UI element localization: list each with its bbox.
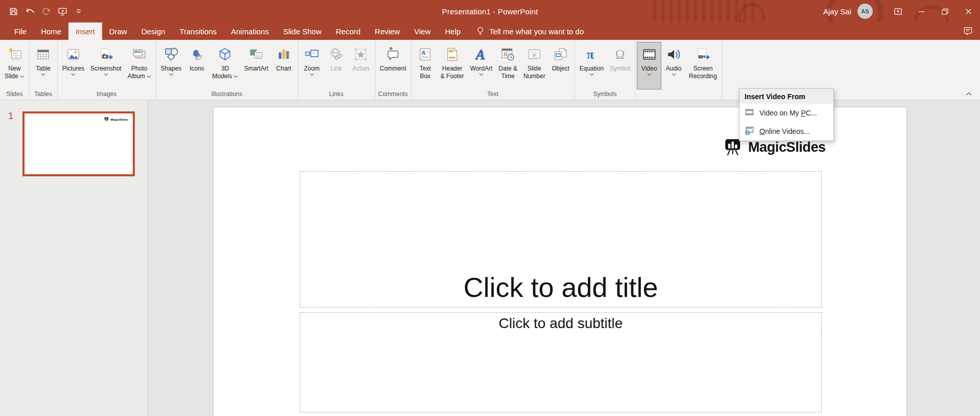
minimize-button[interactable] <box>910 0 933 22</box>
customize-quick-access-toolbar-icon[interactable] <box>71 4 86 18</box>
magicslides-logo-text: MagicSlides <box>748 140 826 155</box>
ribbon-group-text: ATextBoxHeader& FooterAWordArtDate &Time… <box>412 40 575 100</box>
menu-item-video-on-my-pc[interactable]: Video on My PC... <box>739 104 833 122</box>
tab-home[interactable]: Home <box>34 22 68 40</box>
table-button[interactable]: Table <box>31 42 56 89</box>
slide-number-button[interactable]: #SlideNumber <box>520 42 548 89</box>
titlebar: Presentation1 - PowerPoint Ajay Sai AS <box>0 0 980 22</box>
date-time-button[interactable]: Date &Time <box>495 42 520 89</box>
smartart-button[interactable]: SmartArt <box>241 42 271 89</box>
zoom-button[interactable]: Zoom <box>300 42 324 89</box>
comments-panel-icon[interactable] <box>963 26 973 38</box>
save-icon[interactable] <box>6 4 20 18</box>
menu-item-online-videos[interactable]: Online Videos... <box>739 122 833 141</box>
icons-button[interactable]: Icons <box>184 42 209 89</box>
ribbon-display-options-icon[interactable] <box>886 0 910 22</box>
screenshot-icon <box>98 45 114 63</box>
chevron-down-icon <box>589 73 594 76</box>
slide-number-icon: # <box>527 45 542 63</box>
slide-canvas[interactable]: MagicSlides Click to add title Click to … <box>213 107 907 416</box>
tell-me-box[interactable]: Tell me what you want to do <box>476 22 584 40</box>
symbol-icon: Ω <box>612 45 628 63</box>
date-time-label: Date &Time <box>498 65 517 80</box>
group-label-slides: Slides <box>2 89 28 100</box>
equation-label: Equation <box>580 65 604 73</box>
zoom-label: Zoom <box>304 65 320 73</box>
tab-insert[interactable]: Insert <box>68 22 102 40</box>
svg-text:#: # <box>533 52 536 57</box>
text-box-button[interactable]: ATextBox <box>413 42 438 89</box>
header-footer-label: Header& Footer <box>441 65 464 80</box>
editing-canvas: MagicSlides Click to add title Click to … <box>148 100 980 416</box>
3d-models-label: 3DModels <box>212 65 238 80</box>
photo-album-icon <box>131 45 147 63</box>
ribbon-group-media: VideoAudioScreenRecording <box>635 40 722 100</box>
pictures-icon <box>65 45 81 63</box>
group-label-symbols: Symbols <box>577 89 633 100</box>
tab-file[interactable]: File <box>7 22 34 40</box>
slide-thumbnail-panel: 1 MagicSlides <box>0 100 148 416</box>
comment-label: Comment <box>380 65 407 73</box>
header-footer-button[interactable]: Header& Footer <box>438 42 467 89</box>
chevron-down-icon <box>479 73 484 76</box>
lightbulb-icon <box>476 26 485 36</box>
new-slide-button[interactable]: NewSlide <box>2 42 28 89</box>
group-label-tables: Tables <box>31 89 56 100</box>
link-label: Link <box>330 65 342 73</box>
video-button[interactable]: Video <box>637 42 661 89</box>
3d-models-button[interactable]: 3DModels <box>209 42 241 89</box>
tab-slide-show[interactable]: Slide Show <box>276 22 328 40</box>
powerpoint-window: Presentation1 - PowerPoint Ajay Sai AS F… <box>0 0 980 416</box>
ribbon-group-tables: TableTables <box>30 40 58 100</box>
screen-recording-icon <box>695 45 711 63</box>
pictures-button[interactable]: Pictures <box>59 42 87 89</box>
tab-design[interactable]: Design <box>134 22 173 40</box>
shapes-label: Shapes <box>161 65 182 73</box>
symbol-button: ΩSymbol <box>607 42 633 89</box>
menu-item-label: Video on My PC... <box>759 109 817 117</box>
screenshot-button[interactable]: Screenshot <box>87 42 125 89</box>
tab-view[interactable]: View <box>407 22 438 40</box>
screen-recording-button[interactable]: ScreenRecording <box>686 42 720 89</box>
equation-button[interactable]: πEquation <box>577 42 607 89</box>
action-label: Action <box>352 65 369 73</box>
tab-animations[interactable]: Animations <box>224 22 276 40</box>
restore-button[interactable] <box>933 0 957 22</box>
tab-draw[interactable]: Draw <box>102 22 134 40</box>
object-button[interactable]: Object <box>548 42 573 89</box>
close-button[interactable] <box>957 0 980 22</box>
online-videos-icon <box>745 126 754 137</box>
new-slide-icon <box>7 45 22 63</box>
shapes-button[interactable]: Shapes <box>158 42 185 89</box>
chevron-down-icon <box>41 73 45 76</box>
start-slideshow-icon[interactable] <box>55 4 69 18</box>
ribbon-group-links: ZoomLinkActionLinks <box>298 40 375 100</box>
slide-thumbnail-1[interactable]: MagicSlides <box>22 111 135 176</box>
tab-record[interactable]: Record <box>328 22 367 40</box>
thumbnail-logo: MagicSlides <box>104 117 128 122</box>
title-placeholder[interactable]: Click to add title <box>300 171 822 308</box>
table-label: Table <box>36 65 51 73</box>
action-icon <box>353 45 369 63</box>
tab-help[interactable]: Help <box>438 22 468 40</box>
audio-label: Audio <box>666 65 682 73</box>
symbol-label: Symbol <box>610 65 630 73</box>
wordart-button[interactable]: AWordArt <box>467 42 496 89</box>
date-time-icon <box>500 45 516 63</box>
comment-button[interactable]: Comment <box>377 42 410 89</box>
svg-text:A: A <box>475 47 485 62</box>
undo-icon[interactable] <box>22 4 37 18</box>
subtitle-placeholder[interactable]: Click to add subtitle <box>300 312 822 412</box>
tab-transitions[interactable]: Transitions <box>172 22 224 40</box>
tab-review[interactable]: Review <box>368 22 407 40</box>
chart-button[interactable]: Chart <box>272 42 296 89</box>
user-name[interactable]: Ajay Sai <box>823 7 851 16</box>
avatar[interactable]: AS <box>857 4 873 19</box>
pictures-label: Pictures <box>62 65 84 73</box>
audio-button[interactable]: Audio <box>661 42 686 89</box>
wordart-label: WordArt <box>470 65 493 73</box>
photo-album-button[interactable]: PhotoAlbum <box>125 42 154 89</box>
video-label: Video <box>641 65 657 73</box>
tabs: FileHomeInsertDrawDesignTransitionsAnima… <box>7 22 468 40</box>
collapse-ribbon-icon[interactable] <box>966 89 972 98</box>
